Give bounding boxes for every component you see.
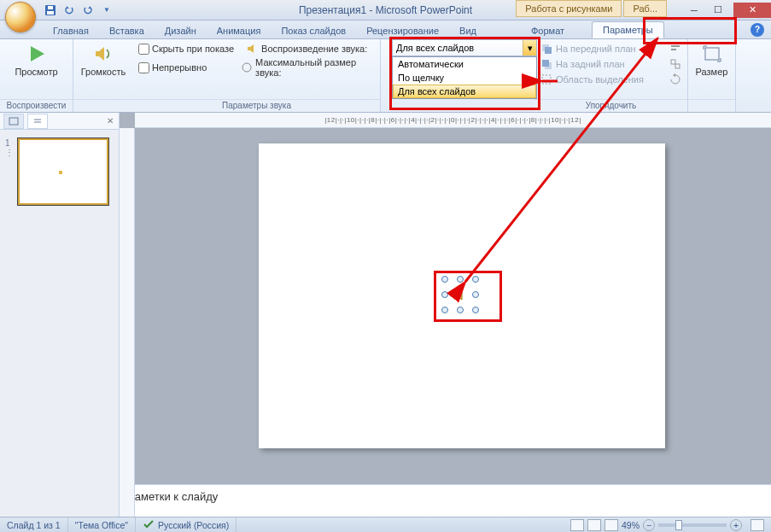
titlebar: ▼ Презентация1 - Microsoft PowerPoint Ра… [0,0,771,20]
play-icon [23,43,50,65]
thumb-number: 1⋮ [5,138,15,157]
loop-checkbox[interactable] [138,62,149,73]
status-language[interactable]: Русский (Россия) [136,517,237,532]
selection-pane-button[interactable]: Область выделения [540,72,682,87]
group-label-play: Воспроизвести [0,99,73,112]
context-tab-picture-tools[interactable]: Работа с рисунками [516,0,622,17]
dropdown-item-click[interactable]: По щелчку [393,71,536,85]
selection-label: Область выделения [556,74,644,85]
vertical-ruler [120,128,135,517]
slide-thumbnail-1[interactable]: 1⋮ [5,138,114,207]
thumb-image [18,138,108,205]
help-icon[interactable]: ? [751,23,764,37]
outline-tab[interactable] [27,114,48,129]
zoom-slider-thumb[interactable] [675,520,682,530]
panel-close-icon[interactable]: ✕ [107,116,114,126]
view-sorter-button[interactable] [587,519,601,531]
sound-object[interactable] [445,279,476,310]
svg-rect-9 [542,60,549,67]
spellcheck-icon [143,519,155,531]
zoom-out-button[interactable]: − [643,519,655,531]
size-icon [698,43,726,65]
thumb-sound-marker [59,171,62,174]
playback-dropdown-list: Автоматически По щелчку Для всех слайдов [392,56,537,99]
tab-home[interactable]: Главная [43,23,99,38]
speaker-object-icon [453,288,467,301]
svg-rect-11 [675,64,680,68]
status-slide-count[interactable]: Слайд 1 из 1 [0,517,68,532]
slide[interactable] [259,143,665,448]
group-label-arrange: Упорядочить [534,99,687,112]
loop-checkbox-row[interactable]: Непрерывно Максимальный размер звука: [138,56,375,79]
rotate-icon[interactable] [669,73,682,86]
hide-checkbox[interactable] [138,44,149,55]
tab-slideshow[interactable]: Показ слайдов [271,23,356,38]
dropdown-selected-label: Для всех слайдов [396,43,474,53]
selection-icon [540,73,553,86]
resize-handle-e[interactable] [472,291,479,298]
ribbon-tabs: Главная Вставка Дизайн Анимация Показ сл… [0,20,771,39]
context-tab-area: Работа с рисунками Раб... [516,0,669,20]
context-tab-other[interactable]: Раб... [623,0,667,17]
resize-handle-sw[interactable] [441,307,448,313]
playback-dropdown: Для всех слайдов ▾ Автоматически По щелч… [392,39,537,99]
hide-checkbox-row[interactable]: Скрыть при показе Воспроизведение звука: [138,41,375,56]
resize-handle-se[interactable] [472,307,479,313]
view-normal-button[interactable] [570,519,584,531]
ribbon-group-sound-params: Скрыть при показе Воспроизведение звука:… [133,39,381,112]
svg-rect-5 [545,47,552,54]
send-back-icon [540,57,553,71]
bring-front-button[interactable]: На передний план [540,41,682,56]
ribbon-group-size: Размер [688,39,736,112]
zoom-value[interactable]: 49% [622,520,640,530]
tab-format[interactable]: Формат [521,23,575,38]
bring-front-label: На передний план [556,44,636,54]
group-label-sound: Параметры звука [133,99,380,112]
slide-panel-tabs: ✕ [0,113,119,130]
canvas[interactable] [135,128,771,484]
dropdown-item-allslides[interactable]: Для всех слайдов [393,85,536,98]
tab-design[interactable]: Дизайн [155,23,207,38]
svg-rect-14 [9,118,18,125]
resize-handle-w[interactable] [441,291,448,298]
chevron-down-icon[interactable]: ▾ [523,40,536,56]
tab-review[interactable]: Рецензирование [356,23,449,38]
preview-button[interactable]: Просмотр [5,41,67,79]
resize-handle-ne[interactable] [472,276,479,283]
tab-parameters[interactable]: Параметры [592,21,664,38]
tab-animation[interactable]: Анимация [207,23,272,38]
group-label-volume-spacer [73,99,133,112]
volume-button[interactable]: Громкость [79,41,128,79]
slides-tab[interactable] [3,114,24,129]
dropdown-item-auto[interactable]: Автоматически [393,57,536,71]
zoom-slider[interactable] [658,523,727,527]
resize-handle-n[interactable] [457,276,464,283]
editor-area: |12|·|·|10|·|·|·|8|·|·|·|6|·|·|·|4|·|·|·… [120,113,771,517]
loop-label: Непрерывно [152,62,207,73]
fit-window-button[interactable] [751,519,764,531]
playback-dropdown-selected[interactable]: Для всех слайдов ▾ [392,39,537,56]
ribbon-group-volume: Громкость [73,39,133,112]
office-button[interactable] [5,2,36,32]
sound-play-icon [245,42,259,56]
resize-handle-s[interactable] [457,307,464,313]
svg-point-3 [242,63,251,72]
status-theme[interactable]: "Тема Office" [68,517,136,532]
horizontal-ruler: |12|·|·|10|·|·|·|8|·|·|·|6|·|·|·|4|·|·|·… [135,113,771,128]
notes-pane[interactable]: Заметки к слайду [120,484,771,517]
size-label: Размер [696,67,728,77]
hide-label: Скрыть при показе [152,44,234,54]
volume-label: Громкость [81,67,126,77]
send-back-button[interactable]: На задний план [540,56,682,72]
maxsize-label: Максимальный размер звука: [255,57,375,78]
group-label-size-spacer [688,99,735,112]
group-icon[interactable] [669,57,682,71]
view-slideshow-button[interactable] [605,519,618,531]
tab-view[interactable]: Вид [449,23,487,38]
bring-front-icon [540,42,553,56]
tab-insert[interactable]: Вставка [99,23,155,38]
align-icon[interactable] [669,42,682,56]
zoom-in-button[interactable]: + [730,519,742,531]
size-button[interactable]: Размер [693,41,730,79]
resize-handle-nw[interactable] [441,276,448,283]
